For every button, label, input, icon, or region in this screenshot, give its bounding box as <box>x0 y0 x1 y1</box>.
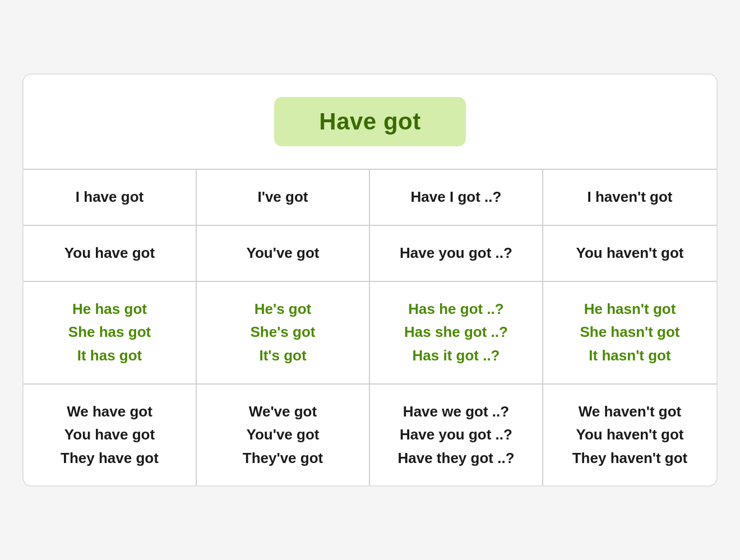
cell-line-text: You've got <box>247 242 320 265</box>
cell-line-text: I haven't got <box>587 186 672 209</box>
cell-line-text: He hasn't got <box>584 298 676 321</box>
cell-line-text: You have got <box>64 242 155 265</box>
cell-line-text: Has it got ..? <box>413 344 500 368</box>
grid-cell-r0-c0: I have got <box>24 170 197 226</box>
grid-cell-r3-c2: Have we got ..?Have you got ..?Have they… <box>370 385 543 486</box>
cell-line-text: You've got <box>247 423 320 447</box>
title-badge: Have got <box>274 97 465 146</box>
cell-line-text: We haven't got <box>579 400 681 424</box>
grid-cell-r3-c0: We have gotYou have gotThey have got <box>24 385 197 486</box>
cell-line-text: We have got <box>67 400 152 424</box>
cell-line-text: She has got <box>68 321 151 344</box>
cell-line-text: They haven't got <box>572 447 688 470</box>
cell-line-text: We've got <box>249 400 317 424</box>
grid-cell-r1-c1: You've got <box>197 226 370 282</box>
cell-line-text: Have I got ..? <box>411 186 502 209</box>
grid-cell-r2-c2: Has he got ..?Has she got ..?Has it got … <box>370 282 543 385</box>
cell-line-text: She hasn't got <box>580 321 679 344</box>
cell-line-text: He's got <box>255 298 312 321</box>
main-card: Have got I have gotI've gotHave I got ..… <box>22 73 718 487</box>
header-section: Have got <box>24 75 716 169</box>
cell-line-text: You haven't got <box>576 423 683 447</box>
cell-line-text: Have you got ..? <box>400 423 512 447</box>
cell-line-text: It has got <box>77 344 142 368</box>
cell-line-text: It hasn't got <box>589 344 670 368</box>
grammar-grid: I have gotI've gotHave I got ..?I haven'… <box>24 169 716 486</box>
grid-cell-r1-c0: You have got <box>24 226 197 282</box>
cell-line-text: I've got <box>258 186 308 209</box>
cell-line-text: I have got <box>76 186 144 209</box>
cell-line-text: He has got <box>72 298 147 321</box>
cell-line-text: It's got <box>259 344 306 368</box>
grid-cell-r0-c2: Have I got ..? <box>370 170 543 226</box>
grid-cell-r3-c1: We've gotYou've gotThey've got <box>197 385 370 486</box>
cell-line-text: You haven't got <box>576 242 683 265</box>
cell-line-text: They've got <box>243 447 323 470</box>
grid-cell-r1-c3: You haven't got <box>543 226 716 282</box>
grid-cell-r0-c1: I've got <box>197 170 370 226</box>
grid-cell-r2-c1: He's gotShe's gotIt's got <box>197 282 370 385</box>
cell-line-text: Have they got ..? <box>397 447 514 470</box>
grid-cell-r1-c2: Have you got ..? <box>370 226 543 282</box>
cell-line-text: Have we got ..? <box>403 400 509 424</box>
cell-line-text: Has she got ..? <box>404 321 508 344</box>
cell-line-text: She's got <box>251 321 316 344</box>
cell-line-text: They have got <box>61 447 159 470</box>
cell-line-text: You have got <box>64 423 155 447</box>
page-title: Have got <box>319 108 420 135</box>
grid-cell-r2-c0: He has gotShe has gotIt has got <box>24 282 197 385</box>
cell-line-text: Has he got ..? <box>408 298 503 321</box>
grid-cell-r3-c3: We haven't gotYou haven't gotThey haven'… <box>543 385 716 486</box>
grid-cell-r2-c3: He hasn't gotShe hasn't gotIt hasn't got <box>543 282 716 385</box>
grid-cell-r0-c3: I haven't got <box>543 170 716 226</box>
cell-line-text: Have you got ..? <box>400 242 512 265</box>
